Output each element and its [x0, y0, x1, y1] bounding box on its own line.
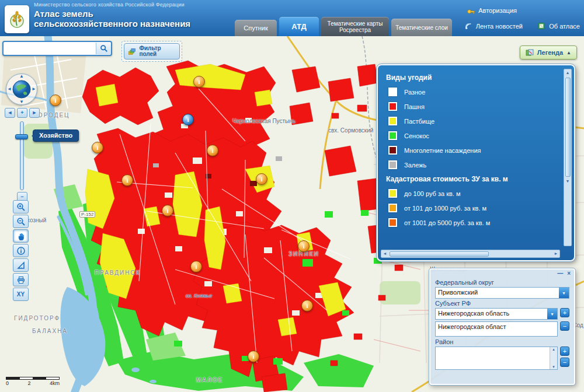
- pan-hand-icon: [16, 232, 26, 241]
- legend-item: от 1001 до 5000 руб. за кв. м: [388, 218, 558, 227]
- scroll-right-icon[interactable]: ►: [552, 250, 559, 257]
- color-swatch: [388, 218, 397, 227]
- federal-district-select[interactable]: Приволжский ▼: [435, 287, 569, 299]
- measure-tool-button[interactable]: [13, 258, 29, 272]
- map-marker[interactable]: i: [92, 142, 103, 153]
- chevron-down-icon[interactable]: ▼: [559, 288, 569, 298]
- pan-tool-button[interactable]: [13, 229, 29, 243]
- map-scale-bar: 0 2 4km: [6, 377, 60, 386]
- chevron-down-icon[interactable]: ▼: [547, 309, 557, 319]
- chevron-up-icon: ▲: [566, 50, 571, 55]
- map-marker[interactable]: i: [298, 240, 310, 252]
- pan-south-icon[interactable]: ▼: [19, 100, 24, 104]
- map-viewport[interactable]: ГОРОДЕЦЧернолесская Пустыньсвх. Сормовск…: [0, 36, 584, 392]
- color-swatch: [388, 189, 397, 198]
- remove-district-button[interactable]: −: [560, 358, 569, 367]
- color-swatch: [388, 160, 397, 169]
- hscroll-thumb[interactable]: [390, 251, 489, 257]
- ministry-logo: [5, 5, 29, 33]
- about-atlas-link[interactable]: Об атласе: [537, 22, 580, 30]
- scroll-left-icon[interactable]: ◄: [381, 250, 388, 257]
- news-feed-icon: [464, 22, 473, 30]
- tab-thematic-layers[interactable]: Тематические слои: [391, 19, 452, 36]
- legend-section-title: Виды угодий: [386, 74, 558, 82]
- xy-coordinates-button[interactable]: XY: [13, 288, 29, 301]
- print-tool-button[interactable]: [13, 273, 29, 286]
- map-marker[interactable]: i: [121, 174, 133, 186]
- zoom-in-button[interactable]: +: [17, 108, 27, 118]
- zoom-level-tooltip: Хозяйство: [33, 130, 79, 142]
- forward-button[interactable]: ►: [29, 108, 40, 118]
- zoom-out-icon: [16, 217, 26, 226]
- zoom-out-tool-button[interactable]: [13, 215, 29, 228]
- zoom-slider-handle[interactable]: [15, 134, 28, 139]
- zoom-in-tool-button[interactable]: [13, 200, 29, 214]
- history-buttons: ◄ + ►: [5, 108, 40, 118]
- map-marker[interactable]: i: [207, 145, 218, 156]
- measure-triangle-icon: [16, 261, 26, 270]
- tool-palette: XY: [13, 200, 29, 301]
- pan-navigator[interactable]: ▲ ▼ ◄ ►: [6, 74, 37, 105]
- search-button[interactable]: [96, 43, 111, 54]
- color-swatch: [388, 88, 397, 96]
- pan-east-icon[interactable]: ►: [32, 87, 36, 92]
- district-label: Район: [435, 338, 569, 345]
- add-district-button[interactable]: +: [560, 346, 569, 356]
- legend-item: Сенокос: [388, 131, 558, 140]
- tab-rosreestr-maps[interactable]: Тематические карты Росреестра: [321, 17, 389, 36]
- tab-satellite[interactable]: Спутник: [235, 20, 277, 36]
- map-marker[interactable]: i: [193, 76, 205, 88]
- info-icon: [16, 246, 26, 256]
- vscroll-thumb[interactable]: [565, 78, 571, 177]
- header: Министерство сельского хозяйства Российс…: [0, 0, 584, 36]
- subject-select[interactable]: Нижегородская область ▼: [435, 308, 558, 320]
- legend-map-icon: [526, 49, 534, 57]
- pan-north-icon[interactable]: ▲: [19, 74, 24, 79]
- search-icon: [100, 44, 108, 52]
- map-marker[interactable]: i: [301, 300, 313, 312]
- tab-atd[interactable]: АТД: [279, 17, 319, 36]
- color-swatch: [388, 131, 397, 140]
- map-marker[interactable]: i: [182, 114, 194, 125]
- add-subject-button[interactable]: +: [560, 308, 569, 317]
- scroll-down-icon[interactable]: ▼: [564, 178, 571, 185]
- legend-hscrollbar[interactable]: ◄ ►: [381, 250, 560, 258]
- back-button[interactable]: ◄: [5, 108, 15, 118]
- legend-panel: Виды угодий Разное Пашня Пастбище Сеноко…: [377, 64, 575, 261]
- subject-label: Субъект РФ: [435, 300, 569, 307]
- map-marker[interactable]: i: [50, 94, 61, 106]
- remove-subject-button[interactable]: −: [560, 321, 569, 331]
- search-input[interactable]: [4, 42, 96, 55]
- zoom-slider-track[interactable]: [20, 121, 24, 190]
- info-tool-button[interactable]: [13, 244, 29, 257]
- field-filter-button[interactable]: Фильтр полей: [124, 43, 180, 60]
- scroll-down-icon[interactable]: ▼: [552, 365, 555, 369]
- news-feed-link[interactable]: Лента новостей: [464, 22, 523, 30]
- scroll-up-icon[interactable]: ▲: [564, 69, 571, 76]
- pan-west-icon[interactable]: ◄: [7, 87, 12, 92]
- printer-icon: [16, 275, 26, 285]
- authorization-link[interactable]: Авторизация: [467, 6, 517, 15]
- map-marker[interactable]: i: [190, 261, 202, 272]
- legend-item: Многолетние насаждения: [388, 146, 558, 155]
- zoom-slider[interactable]: [18, 121, 26, 190]
- subject-listbox[interactable]: Нижегородская област: [435, 321, 558, 337]
- district-listbox[interactable]: ▲ ▼: [435, 346, 558, 370]
- wheat-emblem-icon: [8, 8, 26, 30]
- scroll-up-icon[interactable]: ▲: [552, 348, 555, 351]
- legend-toggle-button[interactable]: Легенда ▲: [520, 46, 577, 60]
- color-swatch: [388, 117, 397, 125]
- legend-vscrollbar[interactable]: ▲ ▼: [564, 69, 572, 246]
- map-marker[interactable]: i: [248, 351, 259, 362]
- app-title: Атлас земель сельскохозяйственного назна…: [34, 9, 190, 29]
- close-icon[interactable]: ×: [567, 270, 571, 277]
- zoom-in-icon: [16, 202, 26, 212]
- key-icon: [467, 6, 475, 15]
- minimize-icon[interactable]: —: [557, 270, 563, 277]
- legend-section-title: Кадастровая стоимость ЗУ за кв. м: [386, 175, 558, 183]
- listbox-scrollbar[interactable]: ▲ ▼: [550, 347, 557, 369]
- scale-bar-segments: [6, 377, 60, 380]
- field-filter-wrap: Фильтр полей: [121, 41, 182, 62]
- map-marker[interactable]: i: [162, 205, 173, 216]
- map-marker[interactable]: i: [256, 173, 267, 185]
